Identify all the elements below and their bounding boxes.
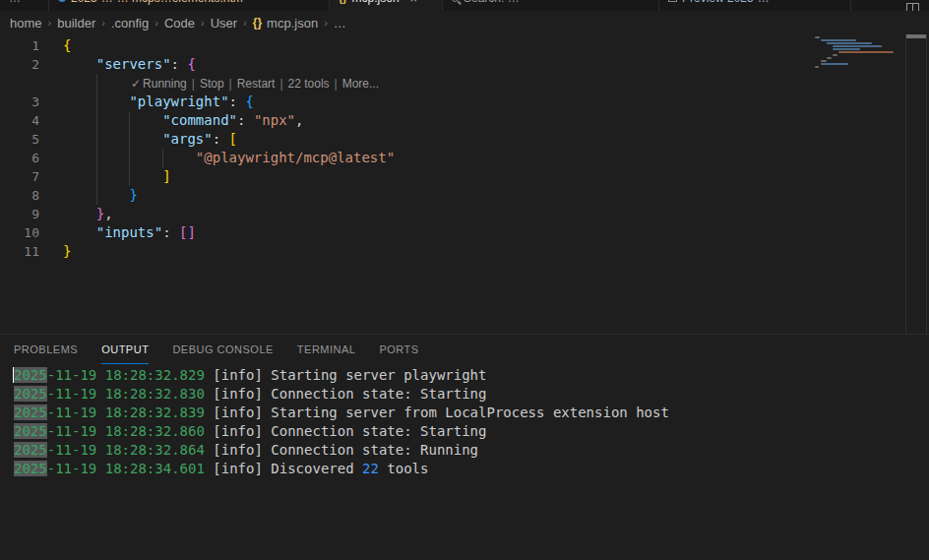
match-highlight: 2025 <box>14 423 47 439</box>
breadcrumb-item[interactable]: Code <box>164 16 195 31</box>
breadcrumb-item[interactable]: builder <box>57 16 95 31</box>
log-level: [info] <box>205 423 271 439</box>
tab-actions <box>897 0 929 11</box>
minimap-mark <box>827 57 832 59</box>
breadcrumb-item[interactable]: home <box>10 16 42 31</box>
minimap-mark <box>821 39 856 41</box>
match-highlight: 2025 <box>14 386 47 402</box>
log-message: Connection state: Starting <box>271 386 486 402</box>
token: : <box>171 56 188 72</box>
breadcrumb-item[interactable]: User <box>211 16 237 31</box>
panel-tab-problems[interactable]: PROBLEMS <box>14 335 78 364</box>
minimap-mark <box>815 36 820 38</box>
log-level: [info] <box>205 442 271 458</box>
log-timestamp: -11-19 18:28:32.829 <box>47 367 205 383</box>
log-line: 2025-11-19 18:28:34.601 [info] Discovere… <box>14 460 929 478</box>
token: ] <box>162 168 170 184</box>
panel-tab-ports[interactable]: PORTS <box>379 335 418 364</box>
token <box>63 56 96 72</box>
tab-label: mcp.json <box>352 0 400 5</box>
chevron-right-icon: › <box>48 17 52 29</box>
indent-guide <box>96 186 97 205</box>
chevron-right-icon: › <box>101 17 105 29</box>
log-timestamp: -11-19 18:28:32.830 <box>47 386 205 402</box>
close-icon[interactable]: × <box>410 0 418 6</box>
panel-tab-terminal[interactable]: TERMINAL <box>297 335 356 364</box>
code-row: 7 ] <box>0 167 929 186</box>
scrollbar-border <box>926 34 927 334</box>
log-level: [info] <box>205 386 271 402</box>
token <box>63 168 162 184</box>
panel-tab-output[interactable]: OUTPUT <box>101 335 149 364</box>
token: "servers" <box>96 56 171 72</box>
codelens: ✓Running|Stop|Restart|22 tools|More... <box>0 74 929 93</box>
line-number: 2 <box>0 55 39 74</box>
indent-guide <box>96 149 97 167</box>
minimap-mark <box>815 66 819 68</box>
line-number: 9 <box>0 205 39 223</box>
line-number: 6 <box>0 149 39 167</box>
token: "args" <box>162 131 213 147</box>
token: "playwright" <box>129 93 228 109</box>
panel-tab-debug-console[interactable]: DEBUG CONSOLE <box>172 335 273 364</box>
editor-tab-mcp-json[interactable]: {}mcp.json× <box>330 0 443 11</box>
token: [] <box>179 224 196 240</box>
code-line: "inputs": [] <box>39 223 196 242</box>
token: { <box>63 37 71 53</box>
code-area[interactable]: 1{2 "servers": {✓Running|Stop|Restart|22… <box>0 34 929 261</box>
log-message: 22 <box>362 461 379 476</box>
log-timestamp: -11-19 18:28:32.864 <box>47 442 205 458</box>
log-message: Discovered <box>271 461 362 476</box>
code-line: { <box>39 36 71 55</box>
log-message: Starting server playwright <box>271 367 486 383</box>
codelens-item[interactable]: 22 tools <box>288 77 330 91</box>
breadcrumb-symbol[interactable]: … <box>334 16 346 31</box>
editor-tab-search[interactable]: Search: … <box>443 0 659 11</box>
codelens-separator: | <box>229 77 232 91</box>
token <box>63 131 162 147</box>
indent-guide <box>129 149 130 167</box>
editor-tab-truncated[interactable]: … <box>0 0 49 11</box>
code-row: 10 "inputs": [] <box>0 223 929 242</box>
indent-guide <box>129 167 130 186</box>
editor-tab-bar: …2025-…-… mcps…elements.htm{}mcp.json×Se… <box>0 0 929 11</box>
minimap[interactable] <box>813 36 903 99</box>
token <box>63 206 96 221</box>
code-line: ] <box>39 167 171 186</box>
indent-guide <box>96 167 97 186</box>
code-line: } <box>39 186 138 205</box>
chevron-right-icon: › <box>155 17 158 29</box>
minimap-border <box>905 34 906 334</box>
output-log[interactable]: 2025-11-19 18:28:32.829 [info] Starting … <box>0 364 929 478</box>
token <box>63 224 96 240</box>
log-message: Connection state: Starting <box>271 423 486 439</box>
editor-tab-preview[interactable]: Preview 2025-… <box>659 0 851 11</box>
line-number: 7 <box>0 167 39 186</box>
breadcrumb-item[interactable]: .config <box>111 16 149 31</box>
line-number: 8 <box>0 186 39 205</box>
minimap-mark <box>821 60 827 62</box>
minimap-mark <box>821 63 848 65</box>
token <box>63 112 162 128</box>
log-line: 2025-11-19 18:28:32.864 [info] Connectio… <box>14 441 929 460</box>
codelens-separator: | <box>335 77 338 91</box>
split-editor-icon[interactable] <box>906 3 919 11</box>
codelens-item[interactable]: Stop <box>200 77 224 91</box>
editor-tab-html-file[interactable]: 2025-…-… mcps…elements.htm <box>49 0 330 11</box>
codelens-item[interactable]: More... <box>342 77 379 91</box>
codelens-item[interactable]: Restart <box>237 77 276 91</box>
editor-pane[interactable]: 1{2 "servers": {✓Running|Stop|Restart|22… <box>0 34 929 334</box>
match-highlight: 2025 <box>14 461 47 476</box>
tab-label: … <box>9 0 21 5</box>
codelens-item[interactable]: Running <box>143 77 187 91</box>
tab-label: Search: … <box>464 0 520 5</box>
code-row: 4 "command": "npx", <box>0 111 929 130</box>
breadcrumb-file[interactable]: mcp.json <box>267 16 318 31</box>
indent-guide <box>129 111 130 130</box>
file-icon <box>58 0 66 2</box>
token: } <box>129 187 137 203</box>
code-line: } <box>39 242 71 261</box>
scrollbar-thumb[interactable] <box>906 34 926 38</box>
code-line: "servers": { <box>39 55 196 74</box>
token: : <box>229 93 246 109</box>
